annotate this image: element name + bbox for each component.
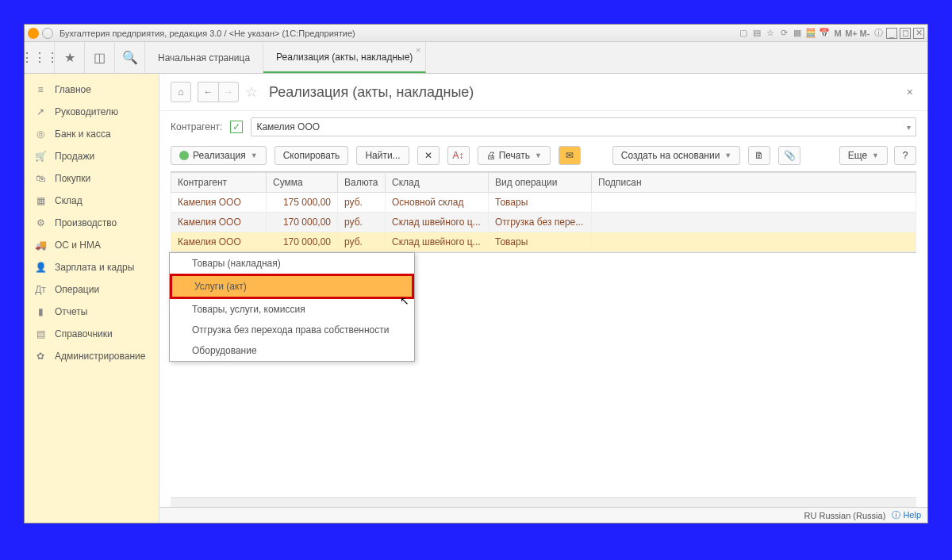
sidebar-item-bank[interactable]: ◎Банк и касса xyxy=(25,123,159,145)
horizontal-scrollbar[interactable] xyxy=(171,497,916,507)
col-warehouse[interactable]: Склад xyxy=(386,173,489,193)
filter-label: Контрагент: xyxy=(171,121,222,132)
help-button[interactable]: ? xyxy=(894,146,916,165)
sidebar-item-manager[interactable]: ↗Руководителю xyxy=(25,101,159,123)
tool-icon[interactable]: ⟳ xyxy=(778,28,789,39)
statusbar: RU Russian (Russia) ⓘ Help xyxy=(159,507,927,523)
attach-button[interactable]: 📎 xyxy=(778,146,800,165)
sidebar-label: Покупки xyxy=(55,173,90,184)
more-button[interactable]: Еще▼ xyxy=(839,146,888,165)
apps-icon[interactable]: ⋮⋮⋮ xyxy=(25,42,55,73)
dd-item-goods[interactable]: Товары (накладная) xyxy=(170,253,414,274)
app-icon xyxy=(28,28,39,39)
print-button[interactable]: 🖨 Печать▼ xyxy=(478,146,551,165)
button-label: Создать на основании xyxy=(621,150,720,161)
tool-icon[interactable]: ▢ xyxy=(738,28,749,39)
sidebar-item-purchases[interactable]: 🛍Покупки xyxy=(25,167,159,190)
tab-realization[interactable]: Реализация (акты, накладные) × xyxy=(263,42,426,73)
table-row[interactable]: Камелия ООО 170 000,00 руб. Склад швейно… xyxy=(171,232,916,252)
table-row[interactable]: Камелия ООО 175 000,00 руб. Основной скл… xyxy=(171,193,916,213)
tool-icon[interactable]: 🧮 xyxy=(805,28,816,39)
m-button[interactable]: М xyxy=(832,28,843,39)
back-button[interactable]: ← xyxy=(198,82,218,102)
col-currency[interactable]: Валюта xyxy=(338,173,386,193)
tool-icon[interactable]: 📅 xyxy=(819,28,830,39)
history-icon[interactable]: ◫ xyxy=(85,42,115,73)
cell: руб. xyxy=(338,232,386,252)
sidebar-item-sales[interactable]: 🛒Продажи xyxy=(25,145,159,167)
table-row[interactable]: Камелия ООО 170 000,00 руб. Склад швейно… xyxy=(171,213,916,232)
tool-icon[interactable]: ▦ xyxy=(792,28,803,39)
language-indicator[interactable]: RU Russian (Russia) xyxy=(804,511,886,520)
sidebar-item-warehouse[interactable]: ▦Склад xyxy=(25,190,159,212)
col-signed[interactable]: Подписан xyxy=(592,173,916,193)
cell: Камелия ООО xyxy=(171,213,267,232)
col-operation[interactable]: Вид операции xyxy=(489,173,592,193)
cell: руб. xyxy=(338,213,386,232)
favorite-icon[interactable]: ★ xyxy=(55,42,85,73)
create-on-basis-button[interactable]: Создать на основании▼ xyxy=(612,146,740,165)
bag-icon: 🛍 xyxy=(34,173,47,184)
help-link[interactable]: ⓘ Help xyxy=(892,509,921,521)
home-button[interactable]: ⌂ xyxy=(171,82,191,102)
tab-label: Начальная страница xyxy=(158,52,250,63)
search-icon[interactable]: 🔍 xyxy=(115,42,145,73)
nav-circle-icon[interactable] xyxy=(42,28,53,39)
sidebar-item-main[interactable]: ≡Главное xyxy=(25,79,159,101)
sidebar-label: Производство xyxy=(55,217,117,228)
dd-item-equipment[interactable]: Оборудование xyxy=(170,340,414,361)
sidebar-label: Администрирование xyxy=(55,351,145,362)
close-button[interactable]: ✕ xyxy=(913,28,924,39)
sidebar-item-catalogs[interactable]: ▤Справочники xyxy=(25,323,159,345)
sidebar-item-admin[interactable]: ✿Администрирование xyxy=(25,345,159,367)
col-sum[interactable]: Сумма xyxy=(267,173,338,193)
help-label: Help xyxy=(903,510,921,520)
sidebar-item-salary[interactable]: 👤Зарплата и кадры xyxy=(25,256,159,278)
info-icon[interactable]: ⓘ xyxy=(873,28,884,39)
clear-filter-button[interactable]: ✕ xyxy=(417,146,440,165)
app-window: Бухгалтерия предприятия, редакция 3.0 / … xyxy=(24,24,928,524)
page-title: Реализация (акты, накладные) xyxy=(269,84,474,101)
filter-checkbox[interactable]: ✓ xyxy=(230,121,243,133)
minimize-button[interactable]: _ xyxy=(886,28,897,39)
sidebar-item-assets[interactable]: 🚚ОС и НМА xyxy=(25,234,159,256)
tool-icon[interactable]: ☆ xyxy=(765,28,776,39)
data-grid[interactable]: Контрагент Сумма Валюта Склад Вид операц… xyxy=(171,171,916,253)
cell: 170 000,00 xyxy=(267,213,338,232)
col-counterparty[interactable]: Контрагент xyxy=(171,173,267,193)
sidebar-item-operations[interactable]: ДтОперации xyxy=(25,278,159,301)
sidebar-item-production[interactable]: ⚙Производство xyxy=(25,212,159,234)
tab-close-icon[interactable]: × xyxy=(416,45,420,55)
cell xyxy=(592,193,916,213)
forward-button[interactable]: → xyxy=(218,82,239,102)
window-title: Бухгалтерия предприятия, редакция 3.0 / … xyxy=(60,29,738,38)
cell: Товары xyxy=(489,232,592,252)
truck-icon: 🚚 xyxy=(34,240,47,251)
tab-home[interactable]: Начальная страница xyxy=(145,42,263,73)
sidebar-item-reports[interactable]: ▮Отчеты xyxy=(25,301,159,323)
filter-row: Контрагент: ✓ Камелия ООО ▾ xyxy=(159,111,927,143)
cell: Камелия ООО xyxy=(171,193,267,213)
sort-button[interactable]: A↕ xyxy=(447,146,470,165)
main-area: ⌂ ← → ☆ Реализация (акты, накладные) × К… xyxy=(159,74,927,523)
m-plus-button[interactable]: М+ xyxy=(846,28,857,39)
doc-icon-button[interactable]: 🗎 xyxy=(748,146,770,165)
realize-button[interactable]: Реализация▼ xyxy=(171,146,267,165)
chevron-down-icon: ▼ xyxy=(535,152,542,159)
star-icon[interactable]: ☆ xyxy=(245,83,258,101)
tool-icon[interactable]: ▤ xyxy=(751,28,762,39)
dd-item-shipment[interactable]: Отгрузка без перехода права собственност… xyxy=(170,320,414,340)
dd-item-commission[interactable]: Товары, услуги, комиссия xyxy=(170,299,414,320)
titlebar-tools: ▢ ▤ ☆ ⟳ ▦ 🧮 📅 М М+ М- ⓘ _ ◻ ✕ xyxy=(738,28,924,39)
email-button[interactable]: ✉ xyxy=(559,146,581,165)
find-button[interactable]: Найти... xyxy=(356,146,409,165)
copy-button[interactable]: Скопировать xyxy=(274,146,349,165)
chart-icon: ↗ xyxy=(34,106,47,117)
maximize-button[interactable]: ◻ xyxy=(900,28,911,39)
m-minus-button[interactable]: М- xyxy=(859,28,870,39)
sidebar-label: Банк и касса xyxy=(55,128,111,140)
chevron-down-icon: ▾ xyxy=(907,123,911,132)
page-close-button[interactable]: × xyxy=(904,82,916,102)
dd-item-services[interactable]: Услуги (акт) xyxy=(170,274,414,299)
counterparty-combo[interactable]: Камелия ООО ▾ xyxy=(251,117,916,136)
